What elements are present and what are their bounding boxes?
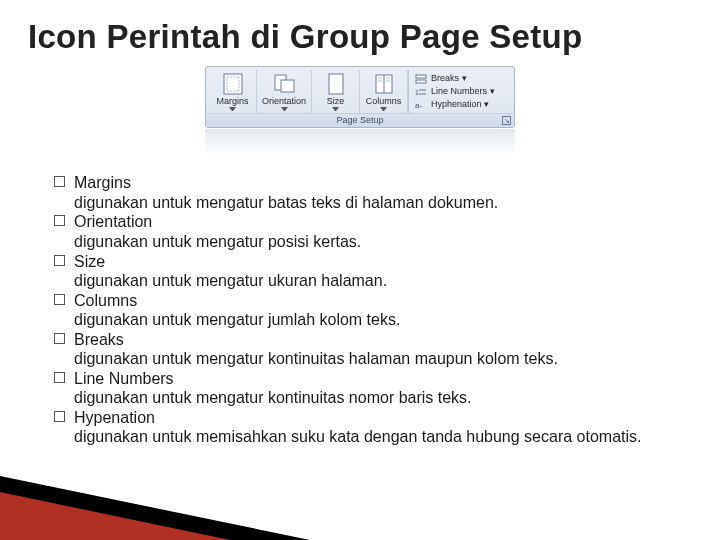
corner-triangle-red (0, 492, 230, 540)
list-item: Sizedigunakan untuk mengatur ukuran hala… (54, 252, 684, 291)
hollow-square-bullet-icon (54, 372, 65, 383)
ribbon-btn-size: Size (312, 70, 360, 113)
ribbon-side-column: Breaks ▾ 1 Line Numbers ▾ a- Hyphenation… (408, 70, 504, 113)
list-item: Orientationdigunakan untuk mengatur posi… (54, 212, 684, 251)
svg-rect-3 (281, 80, 294, 92)
list-item-description: digunakan untuk mengatur posisi kertas. (74, 232, 684, 252)
columns-icon (371, 73, 397, 95)
ribbon-btn-margins: Margins (209, 70, 257, 113)
margins-icon (220, 73, 246, 95)
dialog-launcher-icon (502, 116, 511, 125)
ribbon-side-line-numbers: 1 Line Numbers ▾ (415, 87, 500, 97)
hollow-square-bullet-icon (54, 255, 65, 266)
definition-list: Marginsdigunakan untuk mengatur batas te… (54, 173, 684, 446)
ribbon-btn-label: Margins (216, 97, 248, 106)
page-title: Icon Perintah di Group Page Setup (28, 18, 692, 56)
list-item-description: digunakan untuk mengatur batas teks di h… (74, 193, 684, 213)
size-icon (323, 73, 349, 95)
list-item-description: digunakan untuk memisahkan suku kata den… (74, 427, 684, 447)
orientation-icon (271, 73, 297, 95)
list-item-term: Margins (74, 173, 684, 193)
svg-rect-12 (416, 80, 426, 83)
hollow-square-bullet-icon (54, 215, 65, 226)
reflection-decoration (205, 129, 515, 155)
chevron-down-icon (229, 107, 236, 111)
ribbon-btn-label: Columns (366, 97, 402, 106)
list-item-term: Orientation (74, 212, 684, 232)
hyphenation-icon: a- (415, 100, 427, 110)
ribbon-side-label: Hyphenation ▾ (431, 100, 489, 109)
ribbon-btn-label: Orientation (262, 97, 306, 106)
list-item-description: digunakan untuk mengatur kontinuitas hal… (74, 349, 684, 369)
chevron-down-icon (281, 107, 288, 111)
ribbon-btn-label: Size (327, 97, 345, 106)
ribbon-side-label: Breaks ▾ (431, 74, 467, 83)
ribbon-group-label: Page Setup (206, 113, 514, 127)
ribbon-btn-columns: Columns (360, 70, 408, 113)
chevron-down-icon (332, 107, 339, 111)
list-item: Breaksdigunakan untuk mengatur kontinuit… (54, 330, 684, 369)
ribbon-group-label-text: Page Setup (336, 115, 383, 125)
hollow-square-bullet-icon (54, 333, 65, 344)
ribbon-side-hyphenation: a- Hyphenation ▾ (415, 100, 500, 110)
list-item-term: Breaks (74, 330, 684, 350)
ribbon-btn-orientation: Orientation (257, 70, 312, 113)
breaks-icon (415, 74, 427, 84)
svg-rect-4 (329, 74, 343, 94)
line-numbers-icon: 1 (415, 87, 427, 97)
list-item: Line Numbersdigunakan untuk mengatur kon… (54, 369, 684, 408)
chevron-down-icon (380, 107, 387, 111)
svg-text:1: 1 (415, 89, 419, 96)
list-item-term: Columns (74, 291, 684, 311)
hollow-square-bullet-icon (54, 294, 65, 305)
list-item: Marginsdigunakan untuk mengatur batas te… (54, 173, 684, 212)
list-item: Hypenationdigunakan untuk memisahkan suk… (54, 408, 684, 447)
hollow-square-bullet-icon (54, 411, 65, 422)
list-item-term: Line Numbers (74, 369, 684, 389)
hollow-square-bullet-icon (54, 176, 65, 187)
list-item-description: digunakan untuk mengatur ukuran halaman. (74, 271, 684, 291)
list-item-description: digunakan untuk mengatur jumlah kolom te… (74, 310, 684, 330)
ribbon-side-breaks: Breaks ▾ (415, 74, 500, 84)
list-item: Columnsdigunakan untuk mengatur jumlah k… (54, 291, 684, 330)
list-item-term: Hypenation (74, 408, 684, 428)
ribbon-side-label: Line Numbers ▾ (431, 87, 495, 96)
list-item-term: Size (74, 252, 684, 272)
list-item-description: digunakan untuk mengatur kontinuitas nom… (74, 388, 684, 408)
ribbon-screenshot: Margins Orientation (205, 66, 515, 155)
svg-text:a-: a- (415, 101, 422, 110)
svg-rect-11 (416, 75, 426, 78)
